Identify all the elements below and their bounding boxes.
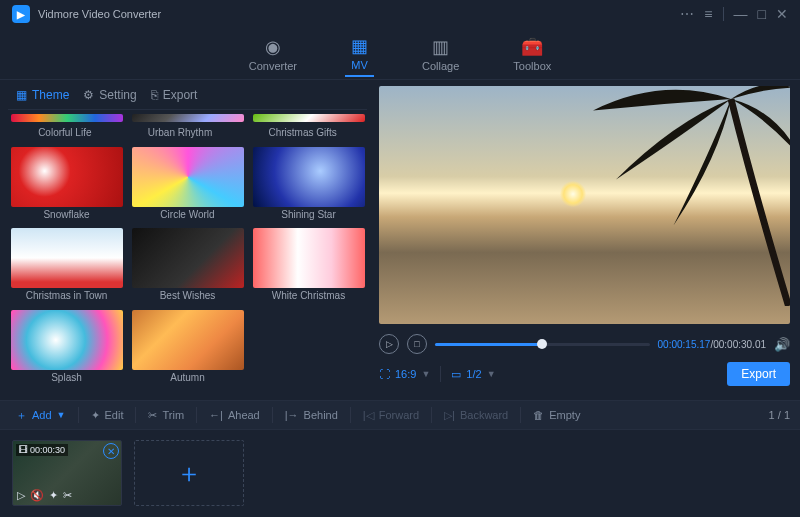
seek-thumb[interactable] xyxy=(537,339,547,349)
app-title: Vidmore Video Converter xyxy=(38,8,161,20)
tab-theme[interactable]: ▦ Theme xyxy=(16,88,69,102)
menu-icon[interactable]: ≡ xyxy=(704,6,712,22)
separator xyxy=(520,407,521,423)
tab-label: Setting xyxy=(99,88,136,102)
ahead-button[interactable]: ←|Ahead xyxy=(203,406,266,424)
tool-label: Edit xyxy=(105,409,124,421)
theme-circle-world[interactable] xyxy=(132,147,244,207)
edit-button[interactable]: ✦Edit xyxy=(85,406,130,425)
export-icon: ⎘ xyxy=(151,88,158,102)
theme-label: Colorful Life xyxy=(38,127,91,143)
theme-thumb[interactable] xyxy=(132,114,244,122)
theme-panel: ▦ Theme ⚙ Setting ⎘ Export Colorful Life… xyxy=(0,80,375,400)
timeline: 🎞00:00:30 ✕ ▷ 🔇 ✦ ✂ ＋ xyxy=(0,430,800,515)
timecode: 00:00:15.17/00:00:30.01 xyxy=(658,339,766,350)
theme-christmas-town[interactable] xyxy=(11,228,123,288)
toolbox-icon: 🧰 xyxy=(521,36,543,58)
volume-icon[interactable]: 🔊 xyxy=(774,337,790,352)
separator xyxy=(350,407,351,423)
close-icon[interactable]: ✕ xyxy=(776,6,788,22)
top-nav: ◉ Converter ▦ MV ▥ Collage 🧰 Toolbox xyxy=(0,28,800,80)
theme-autumn[interactable] xyxy=(132,310,244,370)
plus-icon: ＋ xyxy=(16,408,27,423)
theme-label: White Christmas xyxy=(272,290,345,301)
export-button[interactable]: Export xyxy=(727,362,790,386)
nav-mv[interactable]: ▦ MV xyxy=(345,31,374,77)
behind-button[interactable]: |→Behind xyxy=(279,406,344,424)
tool-label: Backward xyxy=(460,409,508,421)
nav-toolbox[interactable]: 🧰 Toolbox xyxy=(507,32,557,76)
sequence-select[interactable]: ▭ 1/2 ▼ xyxy=(451,368,495,381)
tool-label: Empty xyxy=(549,409,580,421)
backward-button: ▷|Backward xyxy=(438,406,514,425)
tab-setting[interactable]: ⚙ Setting xyxy=(83,88,136,102)
plus-icon: ＋ xyxy=(176,456,202,491)
nav-collage[interactable]: ▥ Collage xyxy=(416,32,465,76)
separator xyxy=(272,407,273,423)
clip-duration-badge: 🎞00:00:30 xyxy=(16,444,68,456)
time-current: 00:00:15.17 xyxy=(658,339,711,350)
tool-label: Forward xyxy=(379,409,419,421)
aspect-ratio-select[interactable]: ⛶ 16:9 ▼ xyxy=(379,368,430,380)
clip-item[interactable]: 🎞00:00:30 ✕ ▷ 🔇 ✦ ✂ xyxy=(12,440,122,506)
skip-fwd-icon: ▷| xyxy=(444,409,455,422)
tab-export[interactable]: ⎘ Export xyxy=(151,88,198,102)
theme-splash[interactable] xyxy=(11,310,123,370)
theme-label: Autumn xyxy=(170,372,204,383)
page-indicator: 1 / 1 xyxy=(769,409,790,421)
tab-label: Export xyxy=(163,88,198,102)
gear-icon: ⚙ xyxy=(83,88,94,102)
nav-label: Collage xyxy=(422,60,459,72)
clip-edit-icon[interactable]: ✦ xyxy=(49,489,58,502)
nav-label: Toolbox xyxy=(513,60,551,72)
clip-mute-icon[interactable]: 🔇 xyxy=(30,489,44,502)
seek-fill xyxy=(435,343,542,346)
theme-shining-star[interactable] xyxy=(253,147,365,207)
theme-label: Circle World xyxy=(160,209,214,220)
time-total: 00:00:30.01 xyxy=(713,339,766,350)
grid-icon: ▦ xyxy=(16,88,27,102)
feedback-icon[interactable]: ⋯ xyxy=(680,6,694,22)
empty-button[interactable]: 🗑Empty xyxy=(527,406,586,424)
clip-remove-button[interactable]: ✕ xyxy=(103,443,119,459)
theme-thumb[interactable] xyxy=(11,114,123,122)
nav-converter[interactable]: ◉ Converter xyxy=(243,32,303,76)
theme-best-wishes[interactable] xyxy=(132,228,244,288)
play-button[interactable]: ▷ xyxy=(379,334,399,354)
theme-thumb[interactable] xyxy=(253,114,365,122)
minimize-icon[interactable]: — xyxy=(734,6,748,22)
seek-track[interactable] xyxy=(435,343,650,346)
move-left-icon: ←| xyxy=(209,409,223,421)
film-icon: ▭ xyxy=(451,368,461,381)
theme-white-christmas[interactable] xyxy=(253,228,365,288)
titlebar: ▶ Vidmore Video Converter ⋯ ≡ — □ ✕ xyxy=(0,0,800,28)
theme-label: Christmas in Town xyxy=(26,290,108,301)
clip-trim-icon[interactable]: ✂ xyxy=(63,489,72,502)
trim-button[interactable]: ✂Trim xyxy=(142,406,190,425)
app-logo: ▶ xyxy=(12,5,30,23)
tool-label: Ahead xyxy=(228,409,260,421)
separator xyxy=(723,7,724,21)
video-preview[interactable] xyxy=(379,86,790,324)
palm-graphic xyxy=(570,86,790,306)
clip-play-icon[interactable]: ▷ xyxy=(17,489,25,502)
sequence-value: 1/2 xyxy=(466,368,481,380)
theme-label: Snowflake xyxy=(43,209,89,220)
nav-label: Converter xyxy=(249,60,297,72)
nav-label: MV xyxy=(351,59,368,71)
theme-label: Shining Star xyxy=(281,209,335,220)
maximize-icon[interactable]: □ xyxy=(758,6,766,22)
theme-label: Splash xyxy=(51,372,82,383)
stop-button[interactable]: □ xyxy=(407,334,427,354)
film-icon: 🎞 xyxy=(19,445,28,455)
add-button[interactable]: ＋Add▼ xyxy=(10,405,72,426)
skip-back-icon: |◁ xyxy=(363,409,374,422)
add-clip-slot[interactable]: ＋ xyxy=(134,440,244,506)
clip-toolbar: ＋Add▼ ✦Edit ✂Trim ←|Ahead |→Behind |◁For… xyxy=(0,400,800,430)
separator xyxy=(196,407,197,423)
chevron-down-icon: ▼ xyxy=(421,369,430,379)
wand-icon: ✦ xyxy=(91,409,100,422)
theme-snowflake[interactable] xyxy=(11,147,123,207)
converter-icon: ◉ xyxy=(265,36,281,58)
trash-icon: 🗑 xyxy=(533,409,544,421)
